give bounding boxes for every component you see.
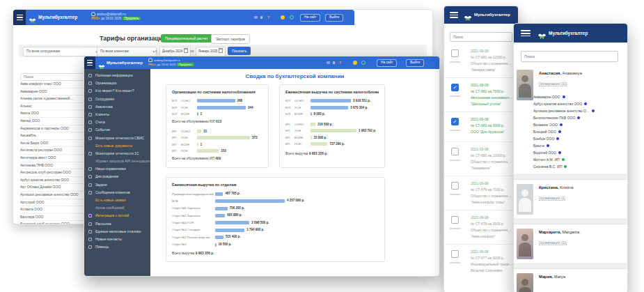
org-list-item[interactable]: Атланта ООО [20,206,92,214]
employees-filter-select[interactable]: По всем сотрудникам▾ [23,47,100,56]
paid-checkbox[interactable] [451,49,459,57]
chart-system-label: УСН [294,106,301,109]
contact-org-item[interactable]: Арбуз креатив агентство ООО [533,100,627,107]
org-list-item[interactable]: Арбуз креатив агентство ООО [20,177,92,185]
sidebar-item-clients[interactable]: Клиенты [84,111,150,118]
bell-icon[interactable] [353,61,357,65]
search-input[interactable] [521,51,618,62]
org-list-item[interactable]: Амлед ООО [20,118,92,125]
renew-button[interactable]: Продлить [177,63,194,66]
org-list-item[interactable]: Баллада ООО [20,214,92,222]
clients-filter-select[interactable]: По всем клиентам▾ [97,47,157,56]
sidebar-item-mail-integration[interactable]: Интеграция с почтой [84,212,150,220]
menu-button[interactable] [84,56,95,69]
contact-org-item[interactable]: Сергачев В.С. ИП [533,163,627,170]
invoice-org: Общество с ограничен… [471,159,515,165]
org-list-item[interactable]: Антик Бюро ООО [20,140,92,148]
sidebar-item-new-contacts[interactable]: Новые контакты [84,236,150,243]
org-search-input[interactable] [20,73,92,81]
sidebar-item-sub-16[interactable]: Есть новые заявки [84,197,150,204]
preliminary-calc-button[interactable]: Предварительный расчет [161,34,212,43]
sidebar-item-sub-17[interactable]: Архив сообщений [84,204,150,212]
site-button[interactable]: На сайт [300,14,320,22]
logo-text: Мультибухгалтер [38,15,77,20]
contact-org-item[interactable]: Артишок рекламное агентство О… [533,107,627,114]
sidebar-item-client-messages[interactable]: Сообщения клиентов [84,189,150,197]
org-list-item[interactable]: Альянс [20,103,92,111]
contact-org-item[interactable]: Митчел А.М. ИП [533,156,627,163]
search-input[interactable] [450,32,512,42]
status-dot [577,116,580,119]
sidebar-item-sub-11[interactable]: Журнал запросов API интеграции [84,157,150,165]
contact-orgs-link[interactable]: Организации (11) [539,240,567,245]
org-list-item[interactable]: Аквамарин ООО [20,89,92,96]
sidebar-item-monitoring-1c[interactable]: Мониторинг отчетности 1С [84,150,150,157]
info-icon[interactable] [290,15,294,20]
menu-button[interactable] [521,30,531,36]
sidebar-item-tax-payments[interactable]: Единые налоговые платежи [84,228,150,236]
bell-icon[interactable] [281,15,285,20]
paid-checkbox[interactable] [451,182,459,190]
org-list-item[interactable]: Артишок рекламное агентство ООО [20,192,92,199]
logout-button[interactable]: Выйти [325,14,343,22]
sidebar-item-who-calls[interactable]: Кто звонит? Кто пишет? [84,87,150,95]
apply-filter-button[interactable]: Показать [228,47,251,55]
site-button[interactable]: На сайт [377,59,397,67]
org-list-item[interactable]: Батискаф клуб-ресторан ООО [20,221,92,224]
logout-button[interactable]: Выйти [406,59,424,67]
menu-button[interactable] [13,10,26,25]
contact-card: Маргарита, MargaritaОрганизации (11) [514,224,627,263]
org-list-item[interactable]: Амига ООО [20,110,92,118]
sidebar-item-info[interactable]: Полезная информация [84,72,150,79]
paid-checkbox[interactable]: ✓ [451,84,459,91]
contact-orgs-link[interactable]: Организации (1) [539,196,565,201]
date-to-picker[interactable]: Январь 2025 [196,47,226,56]
contact-org-item[interactable]: Брюгге [533,142,627,149]
paid-checkbox[interactable] [451,250,459,258]
sidebar-item-tasks[interactable]: Задачи [84,181,150,189]
sidebar-item-analytics[interactable]: Аналитика [84,103,150,111]
info-icon[interactable] [361,61,366,65]
org-list-item[interactable]: Арт Облако Дизайн ООО [20,184,92,192]
contact-orgs-link[interactable]: Организации (11) [539,82,567,86]
sidebar-item-label: Наши справочники [95,167,126,171]
messages-icon[interactable]: ✉ [327,60,330,65]
org-list-item[interactable]: Анджаносов и партнеры ООО [20,125,92,133]
paid-checkbox[interactable] [451,216,459,224]
sidebar-item-references[interactable]: Наши справочники [84,165,150,173]
sidebar-item-birthdays[interactable]: Дни рождения [84,173,150,180]
date-from-picker[interactable]: Декабрь 2024 [159,47,191,56]
menu-button[interactable] [450,12,458,18]
sidebar-item-invoices[interactable]: Счета [84,118,150,126]
org-list-item[interactable]: Артстрой ООО [20,199,92,207]
sidebar-item-sub-9[interactable]: Есть новые документы [84,142,150,150]
paid-checkbox[interactable] [451,148,459,155]
contact-org-item[interactable]: Белополянское ПКФ ООО [533,114,627,121]
org-list-item[interactable]: Аква комфорт плюс ООО [20,81,92,89]
renew-button[interactable]: Продлить [123,17,141,20]
export-tariffs-button[interactable]: Экспорт тарифов [211,34,250,44]
org-list-item[interactable]: Антресоль клуб-ресторан ООО [20,169,92,177]
search-box [521,48,618,62]
contact-org-item[interactable]: Блецкий ООО [533,128,627,135]
contact-org-item[interactable]: Аквамарин ООО [533,93,627,100]
invoice-org: Общество с ограничен… [471,193,515,199]
org-list-item[interactable]: Антонова ПНВ ООО [20,162,92,170]
org-list-item[interactable]: Ансамбль [20,132,92,140]
org-list-item[interactable]: Антипаста ресторан ООО [20,147,92,155]
sidebar-item-help[interactable]: Помощь [84,243,150,251]
org-list-item[interactable]: Антитерра квест ООО [20,155,92,162]
chart-entity-label: ИП [285,136,290,139]
contact-avatar [517,229,533,259]
sidebar-item-employees[interactable]: Сотрудники [84,95,150,103]
paid-checkbox[interactable]: ✓ [451,118,459,125]
org-list-item[interactable]: Аленка салон художественной… [20,95,92,103]
contact-org-item[interactable]: Визажинг ООО [533,121,627,128]
messages-icon[interactable]: ✉ [254,15,258,20]
sidebar-item-organizations[interactable]: Организации [84,79,150,87]
sidebar-item-monitoring-sbis[interactable]: Мониторинг отчетности СБИС [84,135,150,142]
contact-org-item[interactable]: Бонбон ООО [533,135,627,142]
sidebar-item-newsletter[interactable]: Рассылка [84,220,150,228]
contact-org-item[interactable]: Водолей ООО [533,149,627,156]
sidebar-item-events[interactable]: События [84,126,150,134]
